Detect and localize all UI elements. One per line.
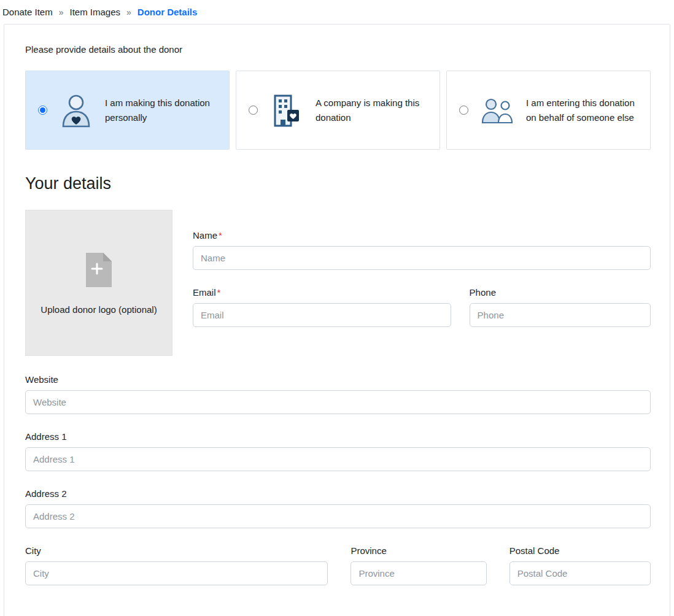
breadcrumb-link-item-images[interactable]: Item Images bbox=[70, 7, 121, 17]
name-label: Name* bbox=[193, 230, 651, 241]
website-input[interactable] bbox=[25, 390, 651, 414]
province-label: Province bbox=[351, 545, 486, 556]
website-label: Website bbox=[25, 374, 651, 385]
email-label: Email* bbox=[193, 287, 451, 298]
address1-field-group: Address 1 bbox=[25, 431, 651, 471]
postal-code-label: Postal Code bbox=[509, 545, 651, 556]
donor-details-panel: Please provide details about the donor I… bbox=[4, 24, 670, 616]
city-input[interactable] bbox=[25, 561, 328, 585]
breadcrumb-separator: » bbox=[126, 7, 131, 17]
upload-label: Upload donor logo (optional) bbox=[41, 304, 157, 315]
address1-label: Address 1 bbox=[25, 431, 651, 442]
address2-input[interactable] bbox=[25, 504, 651, 528]
donor-type-options: I am making this donation personally bbox=[25, 71, 651, 150]
postal-code-input[interactable] bbox=[509, 561, 651, 585]
details-right-column: Name* Email* Phone bbox=[193, 210, 651, 356]
company-icon bbox=[267, 94, 306, 127]
province-field-group: Province bbox=[351, 545, 486, 585]
your-details-heading: Your details bbox=[25, 174, 651, 193]
option-company-donation[interactable]: A company is making this donation bbox=[236, 71, 440, 150]
city-label: City bbox=[25, 545, 328, 556]
page: Donate Item » Item Images » Donor Detail… bbox=[0, 0, 674, 616]
company-donation-radio[interactable] bbox=[249, 106, 258, 115]
option-label-company: A company is making this donation bbox=[316, 96, 430, 125]
email-field-group: Email* bbox=[193, 287, 451, 327]
address2-field-group: Address 2 bbox=[25, 488, 651, 528]
breadcrumb-link-donate-item[interactable]: Donate Item bbox=[2, 7, 53, 17]
option-behalf-donation[interactable]: I am entering this donation on behalf of… bbox=[446, 71, 651, 150]
option-label-behalf: I am entering this donation on behalf of… bbox=[526, 96, 640, 125]
behalf-donation-radio[interactable] bbox=[459, 106, 468, 115]
person-icon bbox=[56, 93, 96, 128]
breadcrumb-current-donor-details: Donor Details bbox=[138, 7, 198, 17]
breadcrumb-separator: » bbox=[59, 7, 64, 17]
upload-donor-logo-button[interactable]: Upload donor logo (optional) bbox=[25, 210, 172, 356]
email-phone-row: Email* Phone bbox=[193, 287, 651, 344]
website-field-group: Website bbox=[25, 374, 651, 414]
phone-label: Phone bbox=[470, 287, 651, 298]
phone-input[interactable] bbox=[470, 303, 651, 327]
option-label-personal: I am making this donation personally bbox=[105, 96, 219, 125]
file-plus-icon bbox=[84, 252, 114, 291]
details-row: Upload donor logo (optional) Name* Email… bbox=[25, 210, 651, 356]
people-icon bbox=[478, 98, 517, 123]
postal-code-field-group: Postal Code bbox=[509, 545, 651, 603]
name-input[interactable] bbox=[193, 246, 651, 270]
address2-label: Address 2 bbox=[25, 488, 651, 499]
province-input[interactable] bbox=[351, 561, 486, 585]
personal-donation-radio[interactable] bbox=[38, 106, 47, 115]
city-province-postal-row: City Province Postal Code bbox=[25, 545, 651, 603]
address1-input[interactable] bbox=[25, 447, 651, 471]
name-field-group: Name* bbox=[193, 230, 651, 270]
required-marker: * bbox=[217, 287, 221, 298]
breadcrumb: Donate Item » Item Images » Donor Detail… bbox=[0, 0, 674, 24]
city-field-group: City bbox=[25, 545, 328, 585]
option-personal-donation[interactable]: I am making this donation personally bbox=[25, 71, 230, 150]
email-input[interactable] bbox=[193, 303, 451, 327]
phone-field-group: Phone bbox=[470, 287, 651, 344]
donor-prompt: Please provide details about the donor bbox=[25, 44, 651, 55]
required-marker: * bbox=[219, 230, 222, 241]
